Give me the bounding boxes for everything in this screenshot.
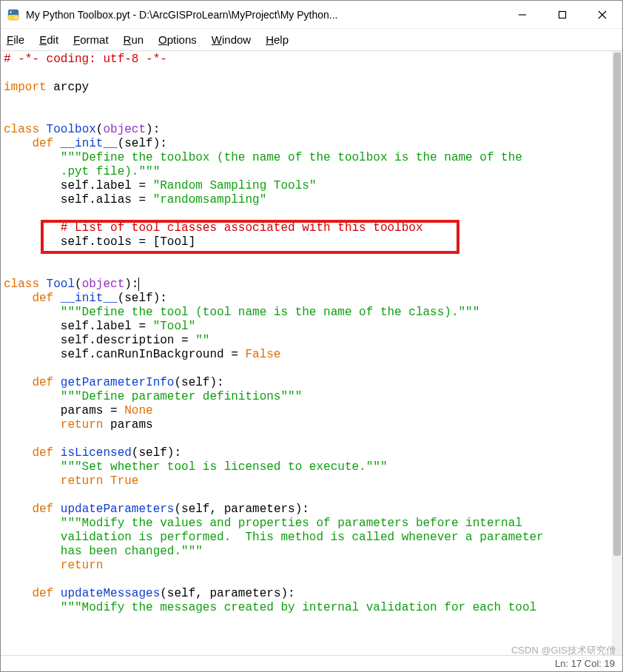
scrollbar-thumb[interactable] (613, 53, 621, 556)
code-text: ): (146, 123, 160, 136)
code-text: (self): (132, 446, 181, 460)
code-keyword: def (32, 292, 53, 305)
code-keyword: class (4, 278, 39, 291)
vertical-scrollbar[interactable] (612, 51, 622, 655)
editor-area: # -*- coding: utf-8 -*- import arcpy cla… (1, 51, 622, 655)
code-indent (4, 292, 32, 305)
code-text: params = (4, 404, 124, 417)
code-docstring: """Set whether tool is licensed to execu… (61, 460, 388, 474)
code-editor[interactable]: # -*- coding: utf-8 -*- import arcpy cla… (1, 51, 612, 655)
svg-rect-1 (8, 15, 18, 20)
text-cursor (138, 278, 139, 291)
code-text: params (103, 418, 152, 431)
code-string: "Tool" (153, 320, 196, 333)
code-classname: Tool (39, 278, 75, 291)
menu-file[interactable]: File (7, 33, 24, 46)
code-funcname: getParameterInfo (53, 376, 174, 389)
code-docstring: .pyt file).""" (61, 165, 160, 178)
menu-options[interactable]: Options (158, 33, 197, 46)
code-text: self.label = (4, 320, 153, 333)
python-idle-icon (7, 8, 20, 21)
code-text: self.alias = (4, 193, 153, 206)
code-keyword: class (4, 123, 39, 136)
code-keyword: def (32, 446, 53, 460)
code-comment: # List of tool classes associated with t… (61, 221, 423, 235)
code-indent (4, 587, 32, 600)
code-indent (4, 474, 61, 488)
code-text: self.description = (4, 334, 195, 347)
code-indent (4, 517, 61, 530)
code-text: (self, parameters): (160, 587, 294, 600)
code-funcname: __init__ (53, 137, 117, 150)
code-indent (4, 306, 61, 319)
code-funcname: updateMessages (53, 587, 160, 600)
code-indent (4, 418, 61, 431)
code-builtin: None (124, 404, 152, 417)
code-indent (4, 221, 61, 235)
window-title: My Python Toolbox.pyt - D:\ArcGISProLear… (26, 9, 502, 21)
menu-run[interactable]: Run (124, 33, 144, 46)
code-indent (4, 137, 32, 150)
svg-point-2 (10, 11, 11, 13)
statusbar: Ln: 17 Col: 19 (1, 655, 622, 671)
code-indent (4, 446, 32, 460)
code-text: ): (124, 278, 138, 291)
code-text (103, 474, 110, 488)
code-string: "" (195, 334, 209, 347)
code-docstring: """Define the tool (tool name is the nam… (61, 306, 480, 319)
menu-edit[interactable]: Edit (39, 33, 58, 46)
code-keyword: def (32, 376, 53, 389)
code-keyword: return (61, 474, 104, 488)
maximize-button[interactable] (542, 1, 582, 28)
code-indent (4, 545, 61, 558)
code-text: ( (96, 123, 104, 136)
menu-format[interactable]: Format (73, 33, 109, 46)
code-indent (4, 503, 32, 516)
code-string: "Random Sampling Tools" (153, 179, 317, 192)
code-docstring: validation is performed. This method is … (61, 531, 544, 544)
code-text: (self): (174, 376, 223, 389)
code-docstring: """Define the toolbox (the name of the t… (61, 151, 522, 164)
minimize-button[interactable] (502, 1, 542, 28)
code-text: (self): (118, 292, 167, 305)
code-indent (4, 376, 32, 389)
code-classname: Toolbox (39, 123, 96, 136)
code-keyword: return (61, 418, 104, 431)
code-text: self.tools = [Tool] (4, 235, 195, 249)
code-builtin: object (103, 123, 146, 136)
code-line: # -*- coding: utf-8 -*- (4, 53, 167, 66)
code-keyword: def (32, 503, 53, 516)
svg-rect-5 (559, 11, 566, 18)
code-funcname: updateParameters (53, 503, 174, 516)
code-keyword: return (61, 559, 104, 572)
menu-help[interactable]: Help (266, 33, 289, 46)
code-text: (self): (118, 137, 167, 150)
menubar: File Edit Format Run Options Window Help (1, 29, 622, 51)
cursor-position: Ln: 17 Col: 19 (555, 658, 615, 669)
code-funcname: __init__ (53, 292, 117, 305)
code-indent (4, 151, 61, 164)
code-docstring: """Modify the values and properties of p… (61, 517, 522, 530)
code-string: "randomsampling" (153, 193, 267, 206)
code-builtin: object (82, 278, 125, 291)
code-text: self.label = (4, 179, 153, 192)
titlebar: My Python Toolbox.pyt - D:\ArcGISProLear… (1, 1, 622, 29)
code-text: (self, parameters): (174, 503, 309, 516)
window-controls (502, 1, 622, 28)
code-docstring: """Define parameter definitions""" (61, 390, 302, 403)
app-window: My Python Toolbox.pyt - D:\ArcGISProLear… (0, 0, 623, 672)
code-keyword: def (32, 587, 53, 600)
code-indent (4, 390, 61, 403)
close-button[interactable] (582, 1, 622, 28)
code-funcname: isLicensed (53, 446, 132, 460)
code-keyword: def (32, 137, 53, 150)
code-text: self.canRunInBackground = (4, 348, 245, 361)
code-text: ( (75, 278, 82, 291)
code-docstring: """Modify the messages created by intern… (61, 601, 536, 614)
code-indent (4, 601, 61, 614)
code-indent (4, 531, 61, 544)
menu-window[interactable]: Window (212, 33, 251, 46)
code-keyword: import (4, 81, 47, 94)
code-text: arcpy (47, 81, 90, 94)
code-builtin: True (110, 474, 138, 488)
